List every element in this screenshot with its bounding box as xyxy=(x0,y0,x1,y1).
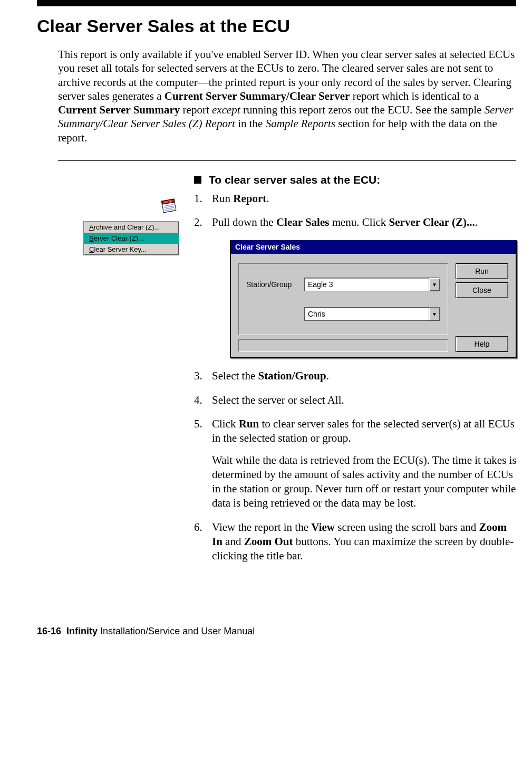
station-group-dropdown[interactable]: Eagle 3 ▼ xyxy=(304,278,440,291)
intro-text: in the xyxy=(235,117,266,130)
dialog-title-bar: Clear Server Sales xyxy=(231,240,516,254)
step-4: Select the server or select All. xyxy=(194,393,517,407)
header-rule xyxy=(37,0,516,6)
clear-sales-menu: Archive and Clear (Z)... Server Clear (Z… xyxy=(83,221,179,255)
step-1: Run Report. xyxy=(194,192,517,206)
intro-text: running this report zeros out the ECU. S… xyxy=(240,103,485,116)
help-button[interactable]: Help xyxy=(456,336,508,352)
step-2: Pull down the Clear Sales menu. Click Se… xyxy=(194,215,517,358)
menu-item-server-clear[interactable]: Server Clear (Z)... xyxy=(84,233,179,244)
intro-text: report which is identical to a xyxy=(350,90,479,102)
procedure-heading: To clear server sales at the ECU: xyxy=(194,174,517,186)
clear-server-sales-dialog: Clear Server Sales Station/Group Eagle 3… xyxy=(230,240,517,358)
procedure-heading-text: To clear server sales at the ECU: xyxy=(209,174,380,186)
menu-item-archive-clear[interactable]: Archive and Clear (Z)... xyxy=(84,222,179,233)
station-group-label: Station/Group xyxy=(246,280,304,289)
close-button[interactable]: Close xyxy=(456,282,508,298)
menu-item-clear-server-key[interactable]: Clear Server Key... xyxy=(84,244,179,255)
intro-paragraph: This report is only available if you've … xyxy=(58,47,516,145)
chevron-down-icon[interactable]: ▼ xyxy=(429,308,440,320)
intro-italic: except xyxy=(212,103,240,116)
step-5: Click Run to clear server sales for the … xyxy=(194,417,517,511)
dialog-status-bar xyxy=(238,339,448,352)
intro-bold: Current Server Summary/Clear Server xyxy=(165,90,350,102)
step-6: View the report in the View screen using… xyxy=(194,520,517,564)
section-divider xyxy=(58,160,516,161)
step-3: Select the Station/Group. xyxy=(194,369,517,383)
server-value: Chris xyxy=(305,308,429,320)
intro-text: report xyxy=(180,103,212,116)
intro-bold: Current Server Summary xyxy=(58,103,180,116)
note-icon: NOTE xyxy=(158,195,179,216)
intro-italic: Sample Reports xyxy=(266,117,335,130)
page-title: Clear Server Sales at the ECU xyxy=(37,16,516,36)
step-5-note: Wait while the data is retrieved from th… xyxy=(212,453,517,511)
square-bullet-icon xyxy=(194,176,201,184)
chevron-down-icon[interactable]: ▼ xyxy=(429,278,440,291)
station-group-value: Eagle 3 xyxy=(305,278,429,291)
run-button[interactable]: Run xyxy=(456,263,508,279)
server-dropdown[interactable]: Chris ▼ xyxy=(304,307,440,321)
page-footer: 16-16 Infinity Installation/Service and … xyxy=(37,626,516,653)
